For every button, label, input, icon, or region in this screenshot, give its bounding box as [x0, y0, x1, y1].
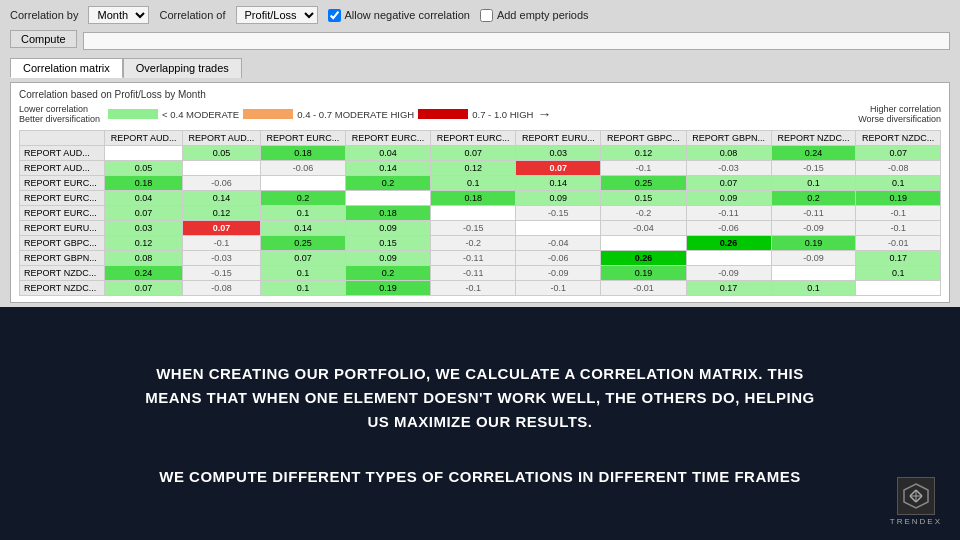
- tab-content: Correlation based on Profit/Loss by Mont…: [10, 82, 950, 303]
- allow-negative-group: Allow negative correlation: [328, 9, 470, 22]
- cell-9-1: -0.08: [182, 281, 260, 296]
- cell-3-9: 0.19: [856, 191, 941, 206]
- cell-5-6: -0.04: [601, 221, 686, 236]
- cell-5-5: [516, 221, 601, 236]
- cell-4-8: -0.11: [771, 206, 856, 221]
- correlation-by-select[interactable]: Month: [88, 6, 149, 24]
- add-empty-label: Add empty periods: [497, 9, 589, 21]
- cell-7-0: 0.08: [105, 251, 183, 266]
- cell-3-5: 0.09: [516, 191, 601, 206]
- matrix-container: REPORT AUD... REPORT AUD... REPORT EURC.…: [19, 130, 941, 296]
- cell-0-9: 0.07: [856, 146, 941, 161]
- cell-3-2: 0.2: [260, 191, 345, 206]
- svg-line-4: [910, 496, 916, 502]
- cell-6-3: 0.15: [345, 236, 430, 251]
- legend-high-label: 0.7 - 1.0 HIGH: [472, 109, 533, 120]
- allow-negative-checkbox[interactable]: [328, 9, 341, 22]
- cell-4-2: 0.1: [260, 206, 345, 221]
- cell-9-5: -0.1: [516, 281, 601, 296]
- correlation-info: Correlation based on Profit/Loss by Mont…: [19, 89, 941, 100]
- cell-7-2: 0.07: [260, 251, 345, 266]
- cell-2-6: 0.25: [601, 176, 686, 191]
- cell-6-4: -0.2: [431, 236, 516, 251]
- row-header-7: REPORT GBPN...: [20, 251, 105, 266]
- tabs-row: Correlation matrix Overlapping trades: [10, 58, 950, 78]
- table-row: REPORT EURC...0.18-0.060.20.10.140.250.0…: [20, 176, 941, 191]
- cell-8-7: -0.09: [686, 266, 771, 281]
- cell-4-5: -0.15: [516, 206, 601, 221]
- cell-2-4: 0.1: [431, 176, 516, 191]
- cell-6-6: [601, 236, 686, 251]
- cell-3-7: 0.09: [686, 191, 771, 206]
- cell-0-8: 0.24: [771, 146, 856, 161]
- legend-lower: Lower correlation: [19, 104, 100, 114]
- cell-1-3: 0.14: [345, 161, 430, 176]
- tab-correlation-matrix[interactable]: Correlation matrix: [10, 58, 123, 78]
- col-header-5: REPORT EURU...: [516, 131, 601, 146]
- cell-3-3: [345, 191, 430, 206]
- cell-9-4: -0.1: [431, 281, 516, 296]
- cell-3-6: 0.15: [601, 191, 686, 206]
- bottom-section: WHEN CREATING OUR PORTFOLIO, WE CALCULAT…: [0, 307, 960, 540]
- table-row: REPORT EURU...0.030.070.140.09-0.15-0.04…: [20, 221, 941, 236]
- cell-7-6: 0.26: [601, 251, 686, 266]
- cell-2-2: [260, 176, 345, 191]
- svg-line-2: [916, 490, 922, 496]
- cell-2-9: 0.1: [856, 176, 941, 191]
- add-empty-checkbox[interactable]: [480, 9, 493, 22]
- svg-line-1: [910, 490, 916, 496]
- cell-6-0: 0.12: [105, 236, 183, 251]
- cell-4-3: 0.18: [345, 206, 430, 221]
- cell-0-6: 0.12: [601, 146, 686, 161]
- row-header-6: REPORT GBPC...: [20, 236, 105, 251]
- matrix-header-row: REPORT AUD... REPORT AUD... REPORT EURC.…: [20, 131, 941, 146]
- table-row: REPORT AUD...0.050.180.040.070.030.120.0…: [20, 146, 941, 161]
- cell-5-7: -0.06: [686, 221, 771, 236]
- svg-line-3: [916, 496, 922, 502]
- cell-3-8: 0.2: [771, 191, 856, 206]
- cell-5-8: -0.09: [771, 221, 856, 236]
- sub-text: WE COMPUTE DIFFERENT TYPES OF CORRELATIO…: [159, 468, 801, 485]
- cell-2-3: 0.2: [345, 176, 430, 191]
- cell-6-7: 0.26: [686, 236, 771, 251]
- col-header-7: REPORT GBPN...: [686, 131, 771, 146]
- legend-moderate-label: < 0.4 MODERATE: [162, 109, 239, 120]
- cell-3-4: 0.18: [431, 191, 516, 206]
- input-bar[interactable]: [83, 32, 950, 50]
- cell-9-3: 0.19: [345, 281, 430, 296]
- correlation-by-label: Correlation by: [10, 9, 78, 21]
- cell-1-4: 0.12: [431, 161, 516, 176]
- cell-3-1: 0.14: [182, 191, 260, 206]
- correlation-of-label: Correlation of: [159, 9, 225, 21]
- correlation-matrix-table: REPORT AUD... REPORT AUD... REPORT EURC.…: [19, 130, 941, 296]
- col-header-4: REPORT EURC...: [431, 131, 516, 146]
- row-header-8: REPORT NZDC...: [20, 266, 105, 281]
- cell-0-4: 0.07: [431, 146, 516, 161]
- legend-mod-high-label: 0.4 - 0.7 MODERATE HIGH: [297, 109, 414, 120]
- cell-2-1: -0.06: [182, 176, 260, 191]
- cell-1-0: 0.05: [105, 161, 183, 176]
- cell-1-6: -0.1: [601, 161, 686, 176]
- sub-text-wrapper: WE COMPUTE DIFFERENT TYPES OF CORRELATIO…: [159, 468, 801, 485]
- table-row: REPORT GBPC...0.12-0.10.250.15-0.2-0.040…: [20, 236, 941, 251]
- cell-3-0: 0.04: [105, 191, 183, 206]
- cell-7-1: -0.03: [182, 251, 260, 266]
- cell-8-8: [771, 266, 856, 281]
- compute-button[interactable]: Compute: [10, 30, 77, 48]
- row-header-9: REPORT NZDC...: [20, 281, 105, 296]
- table-row: REPORT AUD...0.05-0.060.140.120.07-0.1-0…: [20, 161, 941, 176]
- cell-7-7: [686, 251, 771, 266]
- cell-1-2: -0.06: [260, 161, 345, 176]
- cell-0-1: 0.05: [182, 146, 260, 161]
- cell-2-5: 0.14: [516, 176, 601, 191]
- legend-moderate-box: [108, 109, 158, 119]
- legend-higher: Higher correlation: [858, 104, 941, 114]
- cell-1-9: -0.08: [856, 161, 941, 176]
- row-header-1: REPORT AUD...: [20, 161, 105, 176]
- cell-9-0: 0.07: [105, 281, 183, 296]
- tab-overlapping-trades[interactable]: Overlapping trades: [123, 58, 242, 78]
- cell-0-3: 0.04: [345, 146, 430, 161]
- row-header-2: REPORT EURC...: [20, 176, 105, 191]
- correlation-of-select[interactable]: Profit/Loss: [236, 6, 318, 24]
- cell-8-5: -0.09: [516, 266, 601, 281]
